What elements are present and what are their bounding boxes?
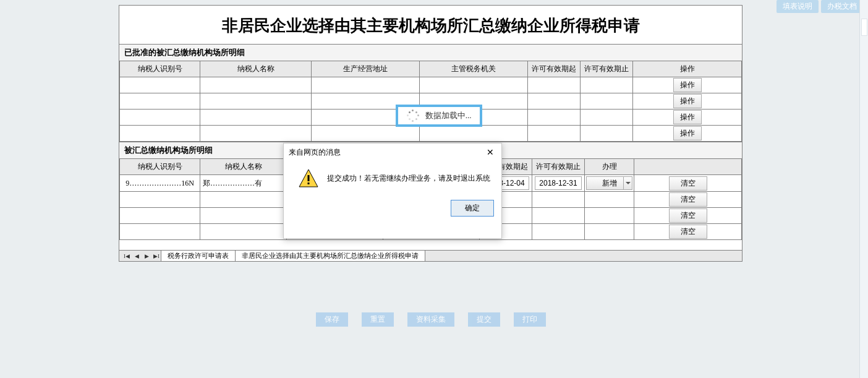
col-taxid: 纳税人识别号 <box>120 61 200 77</box>
bottom-toolbar: 保存 重置 资料采集 提交 打印 <box>119 312 742 327</box>
approved-table: 纳税人识别号 纳税人名称 生产经营地址 主管税务机关 许可有效期起 许可有效期止… <box>119 61 742 142</box>
clear-button[interactable]: 清空 <box>669 176 707 191</box>
dialog-ok-button[interactable]: 确定 <box>451 200 494 217</box>
col-ops <box>634 159 742 175</box>
top-tab-doc[interactable]: 办税文档 <box>821 0 863 13</box>
clear-button[interactable]: 清空 <box>669 192 707 207</box>
collect-button[interactable]: 资料采集 <box>407 312 454 327</box>
col-authority: 主管税务机关 <box>420 61 528 77</box>
message-dialog: 来自网页的消息 ✕ 提交成功！若无需继续办理业务，请及时退出系统 确定 <box>283 143 502 239</box>
print-button[interactable]: 打印 <box>514 312 546 327</box>
sheet-nav-first-icon[interactable]: I◀ <box>122 252 132 260</box>
save-button[interactable]: 保存 <box>316 312 348 327</box>
col-action: 操作 <box>633 61 742 77</box>
svg-rect-2 <box>308 183 310 184</box>
svg-rect-1 <box>308 175 310 181</box>
close-icon[interactable]: ✕ <box>484 147 496 158</box>
sheet-tab-bar: I◀ ◀ ▶ ▶I 税务行政许可申请表 非居民企业选择由其主要机构场所汇总缴纳企… <box>119 250 742 261</box>
col-valid-to: 许可有效期止 <box>581 61 633 77</box>
section-approved-header: 已批准的被汇总缴纳机构场所明细 <box>119 44 742 61</box>
spinner-icon <box>407 110 419 122</box>
add-new-label: 新增 <box>602 178 617 189</box>
loading-text: 数据加载中... <box>425 110 472 121</box>
right-side-handle[interactable] <box>861 19 867 36</box>
top-tab-guide[interactable]: 填表说明 <box>777 0 819 13</box>
sheet-tab-nonresident[interactable]: 非居民企业选择由其主要机构场所汇总缴纳企业所得税申请 <box>235 251 425 261</box>
right-side-panel <box>859 0 868 378</box>
col-valid-to: 许可有效期止 <box>532 159 585 175</box>
clear-button[interactable]: 清空 <box>669 225 707 239</box>
row-action-button[interactable]: 操作 <box>673 78 702 92</box>
col-address: 生产经营地址 <box>312 61 420 77</box>
clear-button[interactable]: 清空 <box>669 208 707 223</box>
col-handle: 办理 <box>585 159 634 175</box>
table-row: 操作 <box>120 126 742 142</box>
chevron-down-icon[interactable] <box>623 177 632 189</box>
reset-button[interactable]: 重置 <box>362 312 394 327</box>
sheet-nav-next-icon[interactable]: ▶ <box>142 252 151 260</box>
col-name: 纳税人名称 <box>200 159 287 175</box>
dialog-message: 提交成功！若无需继续办理业务，请及时退出系统 <box>327 173 490 184</box>
add-new-dropdown[interactable]: 新增 <box>586 176 632 190</box>
cell-taxid: 9…………………16N <box>120 175 200 192</box>
warning-icon <box>299 169 318 187</box>
dialog-title: 来自网页的消息 <box>289 147 341 158</box>
valid-to-input[interactable] <box>535 176 582 190</box>
col-name: 纳税人名称 <box>200 61 312 77</box>
cell-name: 郑………………有 <box>200 175 287 192</box>
row-action-button[interactable]: 操作 <box>673 110 702 124</box>
sheet-tab-permit[interactable]: 税务行政许可申请表 <box>161 251 236 261</box>
sheet-nav-last-icon[interactable]: ▶I <box>151 252 161 260</box>
table-row: 操作 <box>120 77 742 93</box>
sheet-nav-prev-icon[interactable]: ◀ <box>132 252 142 260</box>
loading-overlay: 数据加载中... <box>396 105 482 127</box>
submit-button[interactable]: 提交 <box>468 312 500 327</box>
row-action-button[interactable]: 操作 <box>673 94 702 108</box>
col-valid-from: 许可有效期起 <box>528 61 581 77</box>
row-action-button[interactable]: 操作 <box>673 126 702 140</box>
col-taxid: 纳税人识别号 <box>120 159 200 175</box>
page-title: 非居民企业选择由其主要机构场所汇总缴纳企业所得税申请 <box>119 6 742 44</box>
